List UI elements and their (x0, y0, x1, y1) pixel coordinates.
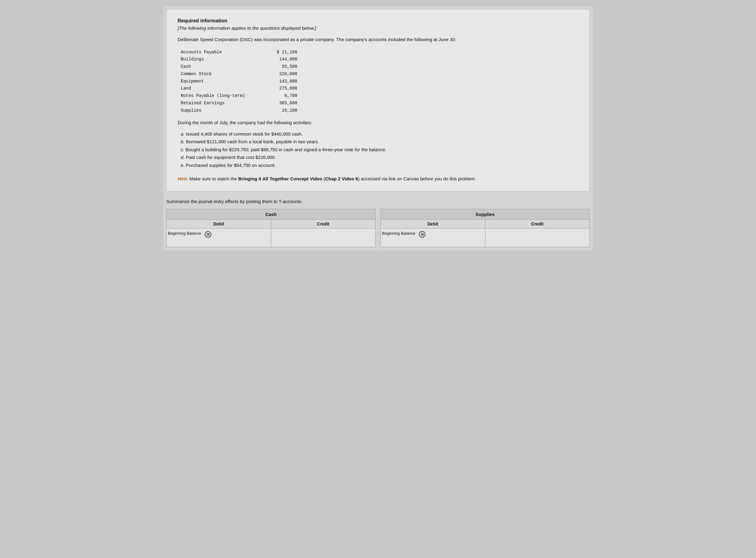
cash-beginning-balance: Beginning Balance (168, 231, 201, 235)
activity-item: d. Paid cash for equipment that cost $22… (181, 153, 578, 161)
supplies-body: Beginning Balance ✕ (381, 229, 589, 247)
hint-label: Hint (178, 176, 186, 181)
account-value: 385,800 (267, 100, 297, 107)
account-label: Supplies (181, 107, 267, 115)
accounts-table: Accounts Payable$ 21,100Buildings144,000… (181, 49, 578, 115)
account-label: Accounts Payable (181, 49, 267, 56)
activity-letter: c. (181, 147, 186, 152)
hint-text: - Make sure to watch the (186, 176, 238, 181)
account-value: $ 21,100 (267, 49, 297, 56)
account-label: Cash (181, 63, 267, 71)
cash-title: Cash (167, 209, 375, 220)
supplies-credit-label: Credit (485, 220, 590, 228)
cash-t-account: Cash Debit Credit Beginning Balance ✕ (166, 209, 376, 247)
cash-debit-label: Debit (167, 220, 271, 228)
activity-item: c. Bought a building for $229,750; paid … (181, 146, 578, 154)
hint-text3: ) accessed via link on Canvas before you… (358, 176, 476, 181)
account-value: 144,000 (267, 56, 297, 63)
intro-paragraph: Deliberate Speed Corporation (DSC) was i… (178, 36, 578, 43)
account-row: Supplies16,100 (181, 107, 578, 115)
account-row: Land275,000 (181, 85, 578, 92)
account-row: Equipment143,000 (181, 78, 578, 85)
account-value: 16,100 (267, 107, 297, 115)
page-container: Required information [The following info… (163, 6, 593, 250)
activity-text: Purchased supplies for $54,750 on accoun… (186, 162, 276, 168)
account-value: 275,000 (267, 85, 297, 92)
activity-letter: d. (181, 155, 186, 160)
activity-text: Paid cash for equipment that cost $226,0… (186, 155, 276, 160)
account-value: 220,000 (267, 71, 297, 78)
cash-debit-credit-header: Debit Credit (167, 220, 375, 229)
account-label: Notes Payable (long-term) (181, 92, 267, 100)
supplies-title: Supplies (381, 209, 589, 220)
activity-item: b. Borrowed $121,000 cash from a local b… (181, 138, 578, 146)
activity-letter: a. (181, 131, 186, 136)
cash-credit-label: Credit (271, 220, 376, 228)
supplies-credit-side (485, 229, 590, 247)
required-info-title: Required information (178, 18, 578, 24)
activity-letter: e. (181, 162, 186, 168)
account-label: Retained Earnings (181, 100, 267, 107)
info-box: Required information [The following info… (166, 9, 590, 192)
summarize-title: Summarize the journal entry effects by p… (166, 199, 590, 204)
activity-item: a. Issued 4,400 shares of common stock f… (181, 130, 578, 138)
account-label: Buildings (181, 56, 267, 63)
subtitle: [The following information applies to th… (178, 25, 578, 31)
summarize-section: Summarize the journal entry effects by p… (166, 199, 590, 247)
supplies-debit-label: Debit (381, 220, 485, 228)
supplies-debit-side: Beginning Balance ✕ (381, 229, 485, 247)
account-value: 6,700 (267, 92, 297, 100)
supplies-debit-credit-header: Debit Credit (381, 220, 589, 229)
supplies-beginning-balance: Beginning Balance (382, 231, 415, 235)
account-row: Accounts Payable$ 21,100 (181, 49, 578, 56)
supplies-t-account: Supplies Debit Credit Beginning Balance … (380, 209, 590, 247)
account-row: Retained Earnings385,800 (181, 100, 578, 107)
cash-credit-side (271, 229, 376, 247)
account-row: Cash55,500 (181, 63, 578, 71)
activity-letter: b. (181, 139, 186, 144)
account-label: Equipment (181, 78, 267, 85)
t-accounts-container: Cash Debit Credit Beginning Balance ✕ Su… (166, 209, 590, 247)
supplies-circle-x-icon[interactable]: ✕ (419, 231, 426, 238)
activity-text: Borrowed $121,000 cash from a local bank… (186, 139, 319, 144)
account-value: 55,500 (267, 63, 297, 71)
hint-bold2: Chap 2 Video 6 (325, 176, 358, 181)
hint-section: Hint- Make sure to watch the Bringing it… (178, 175, 578, 182)
account-label: Land (181, 85, 267, 92)
account-label: Common Stock (181, 71, 267, 78)
activity-item: e. Purchased supplies for $54,750 on acc… (181, 161, 578, 169)
activity-text: Bought a building for $229,750; paid $88… (186, 147, 386, 152)
account-row: Notes Payable (long-term)6,700 (181, 92, 578, 100)
hint-bold1: Bringing it All Together Concept Video (238, 176, 323, 181)
activity-text: Issued 4,400 shares of common stock for … (186, 131, 303, 136)
account-value: 143,000 (267, 78, 297, 85)
cash-debit-side: Beginning Balance ✕ (167, 229, 271, 247)
activities-intro: During the month of July, the company ha… (178, 120, 578, 125)
account-row: Common Stock220,000 (181, 71, 578, 78)
cash-circle-x-icon[interactable]: ✕ (205, 231, 211, 238)
account-row: Buildings144,000 (181, 56, 578, 63)
activities-list: a. Issued 4,400 shares of common stock f… (181, 130, 578, 169)
hint-text2: ( (322, 176, 325, 181)
cash-body: Beginning Balance ✕ (167, 229, 375, 247)
